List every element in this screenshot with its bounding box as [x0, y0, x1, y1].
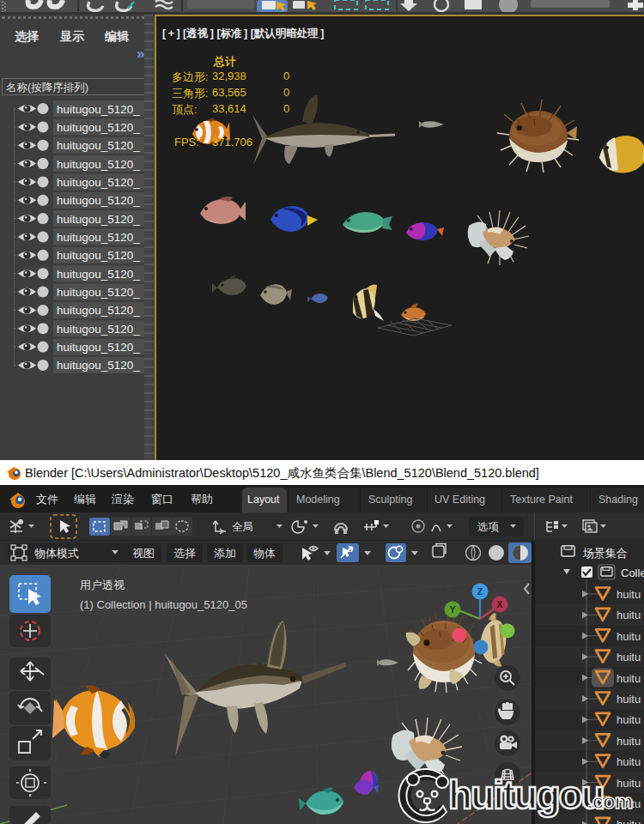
svg-text:Y: Y — [449, 604, 455, 615]
svg-text:X: X — [496, 599, 502, 609]
svg-text:Colle: Colle — [621, 566, 644, 579]
svg-text:选择: 选择 — [173, 547, 196, 560]
svg-text:.com: .com — [587, 790, 632, 813]
svg-text:视图: 视图 — [132, 547, 155, 560]
svg-text:选项: 选项 — [477, 521, 500, 533]
svg-text:huitugou: huitugou — [448, 772, 604, 817]
svg-text:Z: Z — [477, 586, 483, 597]
svg-text:场景集合: 场景集合 — [582, 547, 628, 560]
svg-text:全局: 全局 — [232, 521, 253, 533]
svg-text:物体: 物体 — [253, 547, 276, 560]
svg-text:添加: 添加 — [214, 547, 236, 560]
svg-text:物体模式: 物体模式 — [34, 547, 79, 560]
